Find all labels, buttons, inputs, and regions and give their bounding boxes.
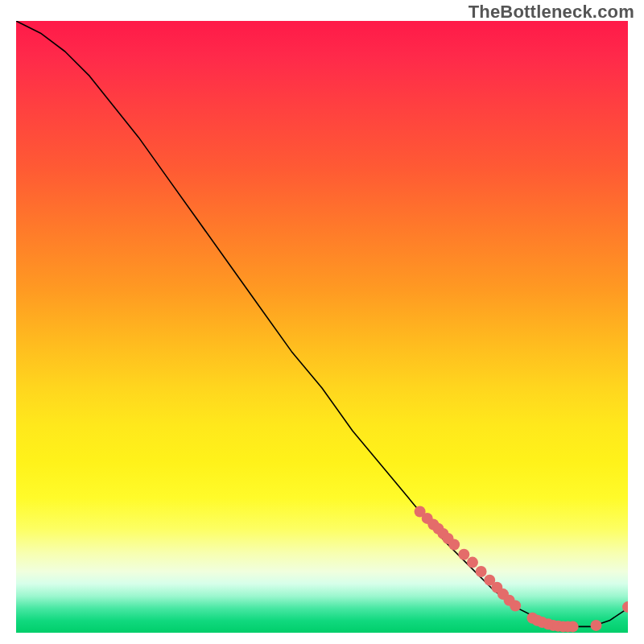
data-marker	[458, 549, 469, 560]
data-marker	[467, 557, 478, 568]
bottleneck-curve	[16, 21, 628, 626]
marker-group	[415, 506, 628, 633]
chart-container: TheBottleneck.com	[0, 0, 644, 644]
chart-svg	[16, 21, 628, 633]
data-marker	[568, 621, 579, 632]
data-marker	[510, 601, 521, 612]
data-marker	[476, 566, 487, 577]
plot-area	[16, 21, 628, 633]
data-marker	[448, 539, 460, 551]
data-marker	[590, 620, 601, 631]
watermark-text: TheBottleneck.com	[469, 2, 634, 23]
